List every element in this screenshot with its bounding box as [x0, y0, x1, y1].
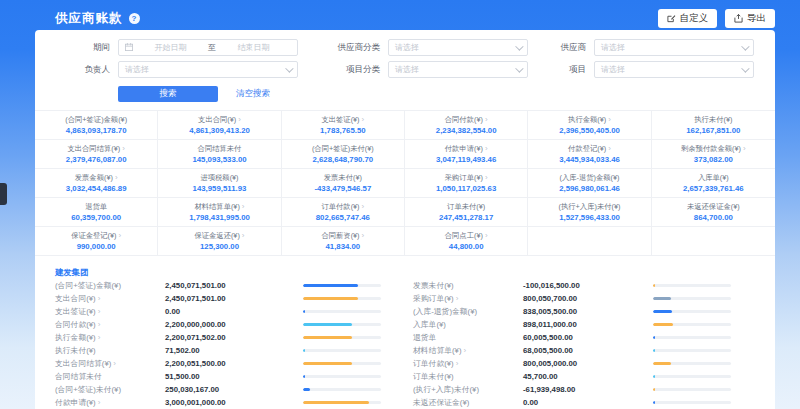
stat-card[interactable]: 付款登记(¥)›3,445,934,033.46: [528, 140, 651, 169]
stat-card: 退货单60,359,700.00: [35, 198, 158, 227]
stat-value: 60,359,700.00: [37, 212, 155, 223]
stat-card[interactable]: 采购订单(¥)›1,050,117,025.63: [405, 169, 528, 198]
stat-value: 4,861,309,413.20: [160, 125, 278, 136]
stat-value: 2,379,476,087.00: [37, 154, 155, 165]
edit-icon: [667, 14, 676, 23]
stat-card[interactable]: 合同点工(¥)›44,800.00: [405, 227, 528, 255]
clear-search-link[interactable]: 清空搜索: [236, 88, 270, 100]
header-buttons: 自定义 导出: [658, 9, 776, 28]
stat-label: 保证金返还(¥)›: [160, 231, 278, 241]
stat-value: 373,082.00: [654, 154, 773, 165]
stat-card[interactable]: 付款申请(¥)›3,047,119,493.46: [405, 140, 528, 169]
stat-label: 保证金登记(¥)›: [37, 231, 155, 241]
stat-value: 3,445,934,033.46: [530, 154, 648, 165]
metric-label: 付款申请(¥)›: [55, 397, 165, 408]
chevron-down-icon: [515, 64, 523, 72]
metric-label: 未返还保证金(¥): [413, 397, 523, 408]
stat-card[interactable]: 订单付款(¥)›802,665,747.46: [282, 198, 405, 227]
metric-label: 执行金额(¥)›: [55, 332, 165, 343]
stat-card-empty: [652, 227, 775, 255]
stat-value: 247,451,278.17: [407, 212, 525, 223]
stat-card[interactable]: 合同付款(¥)›2,234,382,554.00: [405, 111, 528, 140]
metric-value: 800,050,700.00: [523, 294, 653, 303]
filter-row-1: 期间 开始日期 至 结束日期 供应商分类 请选择 供应商 请选择: [55, 39, 755, 56]
chevron-right-icon: ›: [113, 359, 116, 368]
metric-value: 250,030,167.00: [165, 385, 303, 394]
project-select[interactable]: 请选择: [594, 61, 754, 78]
help-icon[interactable]: ?: [129, 13, 140, 24]
metric-row[interactable]: 订单付款(¥)›800,005,000.00: [413, 357, 755, 370]
owner-select[interactable]: 请选择: [118, 61, 298, 78]
collapsed-sidebar-handle[interactable]: [0, 183, 7, 205]
stat-value: 2,628,648,790.70: [284, 154, 402, 165]
search-button[interactable]: 搜索: [118, 86, 218, 102]
stat-card[interactable]: 支出合同结算(¥)›2,379,476,087.00: [35, 140, 158, 169]
stat-label: 发票金额(¥)›: [37, 173, 155, 183]
stat-card: (执行+入库)未付(¥)1,527,596,433.00: [528, 198, 651, 227]
metric-label: (合同+签证)未付(¥): [55, 384, 165, 395]
metric-row: 合同结算未付51,500.00: [55, 370, 397, 383]
stat-card: 入库单(¥)2,657,339,761.46: [652, 169, 775, 198]
metric-value: 2,200,071,502.00: [165, 333, 303, 342]
group-section: 建发集团 (合同+签证)金额(¥)2,450,071,501.00支出合同(¥)…: [55, 256, 755, 409]
metric-row: 入库单(¥)898,011,000.00: [413, 318, 755, 331]
metric-value: 2,450,071,501.00: [165, 281, 303, 290]
metric-value: 60,005,500.00: [523, 333, 653, 342]
metric-label: 支出签证(¥)›: [55, 306, 165, 317]
stat-card[interactable]: 发票金额(¥)›3,032,454,486.89: [35, 169, 158, 198]
metric-bar: [303, 349, 381, 352]
supplier-category-select[interactable]: 请选择: [388, 39, 528, 56]
metric-row[interactable]: 采购订单(¥)›800,050,700.00: [413, 292, 755, 305]
stat-card[interactable]: 材料结算单(¥)›1,798,431,995.00: [158, 198, 281, 227]
chevron-right-icon: ›: [242, 231, 245, 240]
stat-value: 1,527,596,433.00: [530, 212, 648, 223]
metric-row[interactable]: 合同付款(¥)›2,200,000,000.00: [55, 318, 397, 331]
stat-label: 执行未付(¥): [654, 115, 773, 125]
metric-bar: [303, 375, 381, 378]
calendar-icon: [125, 43, 133, 53]
metric-label: (执行+入库)未付(¥): [413, 384, 523, 395]
export-button[interactable]: 导出: [725, 9, 775, 28]
metric-row[interactable]: 支出合同结算(¥)›2,200,051,500.00: [55, 357, 397, 370]
export-icon: [734, 14, 743, 23]
stat-card[interactable]: 合同薪资(¥)›41,834.00: [282, 227, 405, 255]
metric-row[interactable]: 付款申请(¥)›3,000,001,000.00: [55, 396, 397, 409]
customize-button[interactable]: 自定义: [658, 9, 718, 28]
project-category-select[interactable]: 请选择: [388, 61, 528, 78]
metric-row: (合同+签证)未付(¥)250,030,167.00: [55, 383, 397, 396]
metric-label: 入库单(¥): [413, 319, 523, 330]
metric-bar: [303, 336, 381, 339]
supplier-select[interactable]: 请选择: [594, 39, 754, 56]
metric-row[interactable]: 材料结算单(¥)›68,005,500.00: [413, 344, 755, 357]
stat-label: 合同结算未付: [160, 144, 278, 154]
stat-value: 990,000.00: [37, 241, 155, 252]
stat-card[interactable]: 支出合同(¥)›4,861,309,413.20: [158, 111, 281, 140]
stat-label: 退货单: [37, 202, 155, 212]
metric-row[interactable]: 支出签证(¥)›0.00: [55, 305, 397, 318]
chevron-down-icon: [741, 64, 749, 72]
metric-row: 退货单60,005,500.00: [413, 331, 755, 344]
stat-card[interactable]: 保证金登记(¥)›990,000.00: [35, 227, 158, 255]
stat-label: (合同+签证)未付(¥): [284, 144, 402, 154]
metric-bar: [303, 362, 381, 365]
group-tab-jianfa[interactable]: 建发集团: [55, 266, 88, 278]
metric-list-left: (合同+签证)金额(¥)2,450,071,501.00支出合同(¥)›2,45…: [55, 279, 397, 409]
metric-value: 3,000,001,000.00: [165, 398, 303, 407]
stat-label: 发票未付(¥): [284, 173, 402, 183]
stat-label: 剩余预付款金额(¥)›: [654, 144, 773, 154]
stat-card[interactable]: 剩余预付款金额(¥)›373,082.00: [652, 140, 775, 169]
stat-card[interactable]: 执行金额(¥)›2,396,550,405.00: [528, 111, 651, 140]
chevron-right-icon: ›: [456, 294, 459, 303]
filter-row-2: 负责人 请选择 项目分类 请选择 项目 请选择: [55, 61, 755, 78]
stat-card: 执行未付(¥)162,167,851.00: [652, 111, 775, 140]
stats-grid: (合同+签证)金额(¥)4,863,093,178.70支出合同(¥)›4,86…: [35, 110, 775, 256]
metric-row[interactable]: 支出合同(¥)›2,450,071,501.00: [55, 292, 397, 305]
stat-card[interactable]: 保证金返还(¥)›125,300.00: [158, 227, 281, 255]
metric-label: (入库-退货)金额(¥): [413, 306, 523, 317]
stat-card[interactable]: 支出签证(¥)›1,783,765.50: [282, 111, 405, 140]
metric-row[interactable]: 执行金额(¥)›2,200,071,502.00: [55, 331, 397, 344]
metric-value: 0.00: [523, 398, 653, 407]
date-range-input[interactable]: 开始日期 至 结束日期: [118, 39, 298, 56]
metric-label: 支出合同结算(¥)›: [55, 358, 165, 369]
metric-bar: [653, 284, 731, 287]
